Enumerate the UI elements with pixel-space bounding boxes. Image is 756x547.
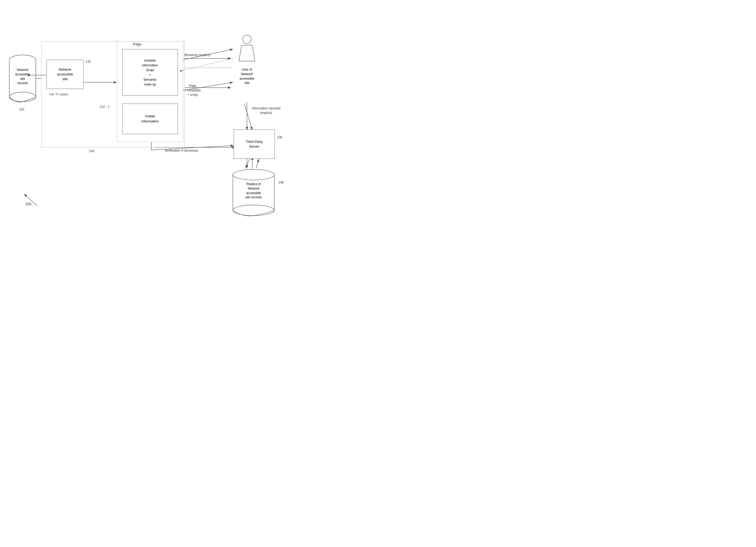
ref-110: 110 bbox=[86, 60, 91, 63]
db1-label: Networkaccessiblesiterecords bbox=[8, 68, 37, 86]
ref-112: 112 - 1 bbox=[100, 105, 109, 109]
network-site-label: Networkaccessiblesite bbox=[57, 67, 73, 82]
visible-info-box: VisibleInformation bbox=[122, 104, 178, 134]
network-site-box: Networkaccessiblesite bbox=[46, 60, 84, 89]
verification-label: Verification if necessary bbox=[165, 149, 198, 152]
svg-point-25 bbox=[233, 169, 274, 180]
ref-102: 102 bbox=[19, 108, 24, 111]
replica-label: Replica ofNetworkaccessiblesite records bbox=[231, 182, 276, 200]
ref-104: 104 bbox=[89, 149, 94, 153]
ref-100-arrow bbox=[21, 191, 42, 207]
svg-line-37 bbox=[183, 58, 233, 70]
ref-106: 106 bbox=[277, 135, 282, 139]
third-party-server-box: Third PartyServer bbox=[234, 130, 275, 159]
svg-line-43 bbox=[256, 159, 259, 168]
browsing-explicit-label: Browsing (explicit) bbox=[185, 53, 210, 57]
diagram-container: Networkaccessiblesiterecords 102 Network… bbox=[0, 0, 378, 273]
user-figure: User ofNetworkaccessiblesite bbox=[231, 35, 263, 85]
invisible-info-box: InvisibleinformationScript+Semanticmark-… bbox=[122, 49, 178, 96]
db1-cylinder: Networkaccessiblesiterecords bbox=[8, 52, 37, 105]
replica-cylinder: Replica ofNetworkaccessiblesite records bbox=[231, 167, 276, 220]
svg-point-28 bbox=[233, 205, 274, 216]
has-n-pages-label: has 'N' pages bbox=[49, 92, 68, 96]
invisible-label: InvisibleinformationScript+Semanticmark-… bbox=[142, 58, 158, 87]
page-metadata-label: Page+ metadata+ script bbox=[185, 84, 200, 97]
svg-line-29 bbox=[24, 194, 37, 206]
visible-label: VisibleInformation bbox=[141, 114, 159, 123]
info-reported-label: Information reported(implicit) bbox=[252, 106, 280, 115]
svg-point-24 bbox=[243, 35, 251, 44]
svg-line-42 bbox=[246, 159, 250, 168]
user-label: User ofNetworkaccessiblesite bbox=[240, 67, 254, 85]
third-party-label: Third PartyServer bbox=[246, 139, 263, 149]
page-label: Page bbox=[133, 42, 142, 46]
ref-108: 108 bbox=[278, 181, 284, 184]
svg-line-39 bbox=[244, 104, 252, 130]
